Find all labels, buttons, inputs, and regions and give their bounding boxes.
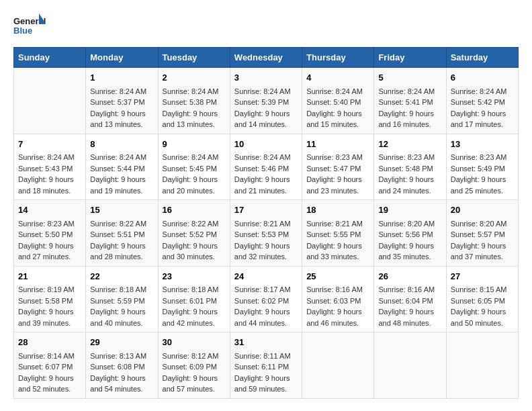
cell-detail: and 48 minutes. (378, 318, 441, 329)
cell-detail: Sunrise: 8:24 AM (90, 152, 153, 163)
day-number: 19 (378, 203, 441, 217)
cell-detail: and 18 minutes. (18, 185, 81, 197)
cell-detail: and 32 minutes. (234, 251, 298, 263)
calendar-cell: 11Sunrise: 8:23 AMSunset: 5:47 PMDayligh… (302, 134, 374, 200)
cell-detail: Sunrise: 8:23 AM (306, 152, 369, 163)
cell-detail: and 17 minutes. (451, 119, 514, 130)
cell-detail: Sunset: 5:46 PM (234, 163, 298, 175)
cell-detail: Sunrise: 8:22 AM (90, 218, 153, 230)
cell-detail: Daylight: 9 hours (378, 240, 441, 252)
day-number: 6 (451, 71, 514, 85)
calendar-cell: 10Sunrise: 8:24 AMSunset: 5:46 PMDayligh… (230, 134, 302, 200)
calendar-cell (14, 68, 86, 134)
cell-detail: Sunset: 6:03 PM (306, 295, 369, 307)
cell-detail: and 19 minutes. (90, 185, 153, 197)
cell-detail: and 52 minutes. (18, 383, 81, 395)
cell-detail: Sunset: 5:45 PM (163, 163, 226, 175)
cell-detail: Daylight: 9 hours (234, 174, 298, 185)
cell-detail: Daylight: 9 hours (18, 174, 81, 185)
logo-svg: GeneralBlue (13, 13, 47, 40)
calendar-cell: 29Sunrise: 8:13 AMSunset: 6:08 PMDayligh… (86, 332, 158, 399)
cell-detail: Sunset: 6:05 PM (451, 295, 514, 307)
cell-detail: Sunrise: 8:24 AM (378, 86, 441, 97)
cell-detail: Sunset: 5:44 PM (90, 163, 153, 175)
cell-detail: Daylight: 9 hours (234, 240, 298, 252)
week-row-5: 28Sunrise: 8:14 AMSunset: 6:07 PMDayligh… (14, 332, 519, 399)
cell-detail: Sunset: 5:47 PM (306, 163, 369, 175)
cell-detail: and 42 minutes. (163, 318, 226, 329)
day-number: 9 (163, 138, 226, 151)
cell-detail: and 13 minutes. (163, 119, 226, 130)
day-number: 23 (163, 270, 226, 283)
cell-detail: Sunrise: 8:16 AM (378, 284, 441, 295)
cell-detail: Daylight: 9 hours (90, 174, 153, 185)
week-row-2: 7Sunrise: 8:24 AMSunset: 5:43 PMDaylight… (14, 134, 519, 200)
cell-detail: Sunrise: 8:24 AM (163, 152, 226, 163)
day-number: 28 (18, 336, 81, 349)
calendar-cell: 31Sunrise: 8:11 AMSunset: 6:11 PMDayligh… (230, 332, 302, 399)
cell-detail: and 16 minutes. (378, 119, 441, 130)
cell-detail: Sunrise: 8:12 AM (163, 351, 226, 362)
cell-detail: and 23 minutes. (306, 185, 369, 197)
cell-detail: and 54 minutes. (90, 383, 153, 395)
day-number: 29 (90, 336, 153, 349)
cell-detail: Daylight: 9 hours (234, 373, 298, 384)
cell-detail: Sunrise: 8:18 AM (90, 284, 153, 295)
day-number: 12 (378, 138, 441, 151)
header-day-monday: Monday (86, 48, 158, 68)
cell-detail: Sunset: 5:52 PM (163, 229, 226, 240)
cell-detail: Daylight: 9 hours (234, 306, 298, 318)
cell-detail: Sunset: 6:02 PM (234, 295, 298, 307)
cell-detail: Sunset: 5:43 PM (18, 163, 81, 175)
calendar-cell: 17Sunrise: 8:21 AMSunset: 5:53 PMDayligh… (230, 200, 302, 267)
calendar-cell: 21Sunrise: 8:19 AMSunset: 5:58 PMDayligh… (14, 266, 86, 332)
cell-detail: and 33 minutes. (306, 251, 369, 263)
cell-detail: Daylight: 9 hours (451, 174, 514, 185)
cell-detail: Sunset: 6:07 PM (18, 361, 81, 373)
logo: GeneralBlue (13, 13, 47, 40)
calendar-cell: 16Sunrise: 8:22 AMSunset: 5:52 PMDayligh… (158, 200, 230, 267)
day-number: 31 (234, 336, 298, 349)
day-number: 3 (234, 71, 298, 85)
cell-detail: Sunrise: 8:20 AM (378, 218, 441, 230)
cell-detail: and 35 minutes. (378, 251, 441, 263)
cell-detail: Sunset: 6:01 PM (163, 295, 226, 307)
calendar-cell: 14Sunrise: 8:23 AMSunset: 5:50 PMDayligh… (14, 200, 86, 267)
cell-detail: Sunrise: 8:24 AM (234, 152, 298, 163)
day-number: 16 (163, 203, 226, 217)
calendar-cell (446, 332, 518, 399)
cell-detail: Sunrise: 8:23 AM (378, 152, 441, 163)
day-number: 11 (306, 138, 369, 151)
cell-detail: Daylight: 9 hours (234, 108, 298, 120)
calendar-cell: 26Sunrise: 8:16 AMSunset: 6:04 PMDayligh… (374, 266, 446, 332)
cell-detail: Daylight: 9 hours (306, 240, 369, 252)
cell-detail: and 21 minutes. (234, 185, 298, 197)
day-number: 21 (18, 270, 81, 283)
cell-detail: Daylight: 9 hours (451, 108, 514, 120)
cell-detail: Daylight: 9 hours (90, 373, 153, 384)
week-row-1: 1Sunrise: 8:24 AMSunset: 5:37 PMDaylight… (14, 68, 519, 134)
header-day-sunday: Sunday (14, 48, 86, 68)
day-number: 22 (90, 270, 153, 283)
cell-detail: and 27 minutes. (18, 251, 81, 263)
header-day-tuesday: Tuesday (158, 48, 230, 68)
day-number: 13 (451, 138, 514, 151)
cell-detail: Sunrise: 8:15 AM (451, 284, 514, 295)
cell-detail: Sunrise: 8:17 AM (234, 284, 298, 295)
calendar-cell: 27Sunrise: 8:15 AMSunset: 6:05 PMDayligh… (446, 266, 518, 332)
cell-detail: Daylight: 9 hours (163, 373, 226, 384)
cell-detail: Sunset: 5:56 PM (378, 229, 441, 240)
cell-detail: Daylight: 9 hours (451, 306, 514, 318)
cell-detail: Sunset: 5:53 PM (234, 229, 298, 240)
calendar-cell: 22Sunrise: 8:18 AMSunset: 5:59 PMDayligh… (86, 266, 158, 332)
cell-detail: and 20 minutes. (163, 185, 226, 197)
cell-detail: Sunset: 5:58 PM (18, 295, 81, 307)
cell-detail: Daylight: 9 hours (163, 306, 226, 318)
cell-detail: Sunrise: 8:24 AM (163, 86, 226, 97)
cell-detail: and 37 minutes. (451, 251, 514, 263)
cell-detail: and 40 minutes. (90, 318, 153, 329)
week-row-4: 21Sunrise: 8:19 AMSunset: 5:58 PMDayligh… (14, 266, 519, 332)
cell-detail: and 44 minutes. (234, 318, 298, 329)
week-row-3: 14Sunrise: 8:23 AMSunset: 5:50 PMDayligh… (14, 200, 519, 267)
cell-detail: Sunset: 6:08 PM (90, 361, 153, 373)
